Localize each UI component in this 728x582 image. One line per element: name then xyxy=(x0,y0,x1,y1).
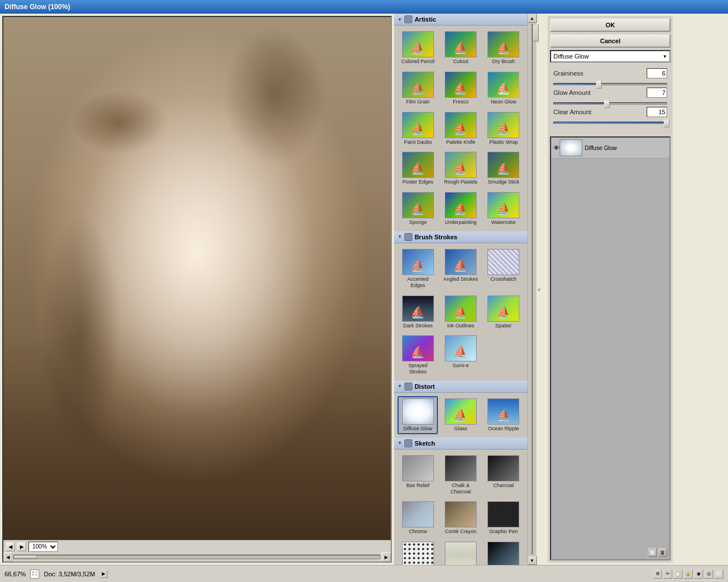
eye-icon[interactable]: 👁 xyxy=(553,144,560,151)
delete-layer-button[interactable]: 🗑 xyxy=(658,548,667,557)
canvas-preview[interactable] xyxy=(3,17,391,544)
zoom-out-button[interactable]: ◀ xyxy=(6,542,15,551)
filter-item-label: Bas Relief xyxy=(406,483,429,489)
filter-item-accented-edges[interactable]: Accented Edges xyxy=(398,247,438,291)
bottom-icons: ⬜ 🗑 xyxy=(648,548,667,557)
filter-thumb-smudge-stick xyxy=(487,152,519,178)
filter-dropdown[interactable]: Diffuse Glow ▼ xyxy=(550,50,671,63)
filter-item-rough-pastels[interactable]: Rough Pastels xyxy=(440,149,481,188)
filter-item-cutout[interactable]: Cutout xyxy=(440,29,481,67)
scroll-up-arrow[interactable]: ▲ xyxy=(528,14,537,23)
category-label: Sketch xyxy=(415,440,435,447)
filter-item-fresco[interactable]: Fresco xyxy=(440,69,481,107)
scroll-right-button[interactable]: ▶ xyxy=(382,552,391,562)
title-bar: Diffuse Glow (100%) xyxy=(0,0,728,14)
filter-item-label: Sprayed Strokes xyxy=(400,363,436,375)
scroll-left-button[interactable]: ◀ xyxy=(3,552,13,562)
filter-item-label: Chalk & Charcoal xyxy=(442,483,478,495)
filter-item-ocean-ripple[interactable]: Ocean Ripple xyxy=(483,396,524,434)
status-icon-3[interactable]: 📋 xyxy=(673,569,682,579)
filter-item-photocopy[interactable]: Photocopy xyxy=(483,539,524,565)
zoom-select[interactable]: 100% 50% 200% xyxy=(28,542,58,552)
cancel-button[interactable]: Cancel xyxy=(550,34,671,48)
filter-item-label: Dark Strokes xyxy=(403,323,433,329)
status-icon-6[interactable]: ◎ xyxy=(704,569,713,579)
filter-item-palette-knife[interactable]: Palette Knife xyxy=(440,110,481,148)
dropdown-arrow-icon: ▼ xyxy=(663,54,667,59)
status-icon-1[interactable]: ⚙ xyxy=(653,569,662,579)
doc-size: Doc: 3,52M/3,52M xyxy=(44,571,95,577)
scroll-thumb[interactable] xyxy=(14,555,37,559)
filter-item-label: Smudge Stick xyxy=(488,179,520,185)
graininess-input[interactable] xyxy=(647,68,667,78)
image-toolbar: ◀ ▶ 100% 50% 200% xyxy=(3,540,391,552)
filter-item-watercolor[interactable]: Watercolor xyxy=(483,190,524,228)
filter-item-neon-glow[interactable]: Neon Glow xyxy=(483,69,524,107)
filter-item-spatter[interactable]: Spatter xyxy=(483,293,524,331)
status-icon-4[interactable]: 🔒 xyxy=(684,569,693,579)
filter-item-ink-outlines[interactable]: Ink Outlines xyxy=(440,293,481,331)
category-artistic[interactable]: ▼ Artistic xyxy=(394,14,527,26)
filter-item-crosshatch[interactable]: Crosshatch xyxy=(483,247,524,291)
filter-item-dry-brush[interactable]: Dry Brush xyxy=(483,29,524,67)
filter-item-chrome[interactable]: Chrome xyxy=(398,499,438,537)
filter-item-chalk---charcoal[interactable]: Chalk & Charcoal xyxy=(440,453,481,497)
clear-amount-input[interactable] xyxy=(647,107,667,117)
filter-item-bas-relief[interactable]: Bas Relief xyxy=(398,453,438,497)
filter-grid-sketch: Bas ReliefChalk & CharcoalCharcoalChrome… xyxy=(394,450,527,565)
horizontal-scrollbar[interactable]: ◀ ▶ xyxy=(3,552,391,562)
status-icon-7[interactable]: ⬜ xyxy=(714,569,723,579)
new-layer-button[interactable]: ⬜ xyxy=(648,548,657,557)
collapse-section: « xyxy=(536,14,545,565)
graininess-slider[interactable] xyxy=(553,83,667,85)
filter-thumb-spatter xyxy=(487,296,519,322)
filter-item-label: Accented Edges xyxy=(400,276,436,289)
filter-item-diffuse-glow[interactable]: Diffuse Glow xyxy=(398,396,438,434)
filter-item-dark-strokes[interactable]: Dark Strokes xyxy=(398,293,438,331)
scroll-down-arrow[interactable]: ▼ xyxy=(528,556,537,565)
status-icon-5[interactable]: ◉ xyxy=(694,569,703,579)
category-sketch[interactable]: ▼ Sketch xyxy=(394,438,527,450)
zoom-status: 66,67% xyxy=(5,571,26,577)
layer-name: Diffuse Glow xyxy=(585,145,617,151)
filter-item-conté-crayon[interactable]: Conté Crayon xyxy=(440,499,481,537)
category-distort[interactable]: ▼ Distort xyxy=(394,381,527,393)
filter-item-film-grain[interactable]: Film Grain xyxy=(398,69,438,107)
glow-amount-slider[interactable] xyxy=(553,102,667,105)
filter-item-label: Plastic Wrap xyxy=(489,139,518,146)
filter-thumb-chalk---charcoal xyxy=(445,455,477,481)
scroll-track[interactable] xyxy=(14,555,380,559)
status-icon-2[interactable]: ✏ xyxy=(663,569,672,579)
filter-item-plastic-wrap[interactable]: Plastic Wrap xyxy=(483,110,524,148)
filter-item-poster-edges[interactable]: Poster Edges xyxy=(398,149,438,188)
filter-item-smudge-stick[interactable]: Smudge Stick xyxy=(483,149,524,188)
filter-item-sprayed-strokes[interactable]: Sprayed Strokes xyxy=(398,333,438,377)
category-brush-strokes[interactable]: ▼ Brush Strokes xyxy=(394,231,527,243)
filter-dropdown-value: Diffuse Glow xyxy=(553,53,589,60)
zoom-in-button[interactable]: ▶ xyxy=(17,542,26,551)
filter-thumb-ink-outlines xyxy=(445,296,477,322)
filter-item-graphic-pen[interactable]: Graphic Pen xyxy=(483,499,524,537)
filter-item-angled-strokes[interactable]: Angled Strokes xyxy=(440,247,481,291)
filter-item-label: Paint Daubs xyxy=(404,139,432,146)
filter-item-halftone-pattern[interactable]: Halftone Pattern xyxy=(398,539,438,565)
clear-amount-slider[interactable] xyxy=(553,122,667,124)
ok-button[interactable]: OK xyxy=(550,18,671,32)
filter-item-sumi-e[interactable]: Sumi-e xyxy=(440,333,481,377)
filter-item-note-paper[interactable]: Note Paper xyxy=(440,539,481,565)
filter-item-underpainting[interactable]: Underpainting xyxy=(440,190,481,228)
filter-item-colored-pencil[interactable]: Colored Pencil xyxy=(398,29,438,67)
filter-thumb-underpainting xyxy=(445,192,477,218)
collapse-button[interactable]: « xyxy=(536,285,542,294)
filter-item-sponge[interactable]: Sponge xyxy=(398,190,438,228)
category-arrow-icon: ▼ xyxy=(398,384,402,389)
filter-item-charcoal[interactable]: Charcoal xyxy=(483,453,524,497)
info-arrow[interactable]: ▶ xyxy=(100,570,107,578)
glow-amount-input[interactable] xyxy=(647,88,667,98)
filter-item-label: Sumi-e xyxy=(453,363,469,369)
filter-scrollbar[interactable]: ▲ ▼ xyxy=(527,14,536,565)
zoom-indicator[interactable]: ⛶ xyxy=(30,569,39,579)
filter-thumb-bas-relief xyxy=(402,455,434,481)
filter-item-glass[interactable]: Glass xyxy=(440,396,481,434)
filter-item-paint-daubs[interactable]: Paint Daubs xyxy=(398,110,438,148)
